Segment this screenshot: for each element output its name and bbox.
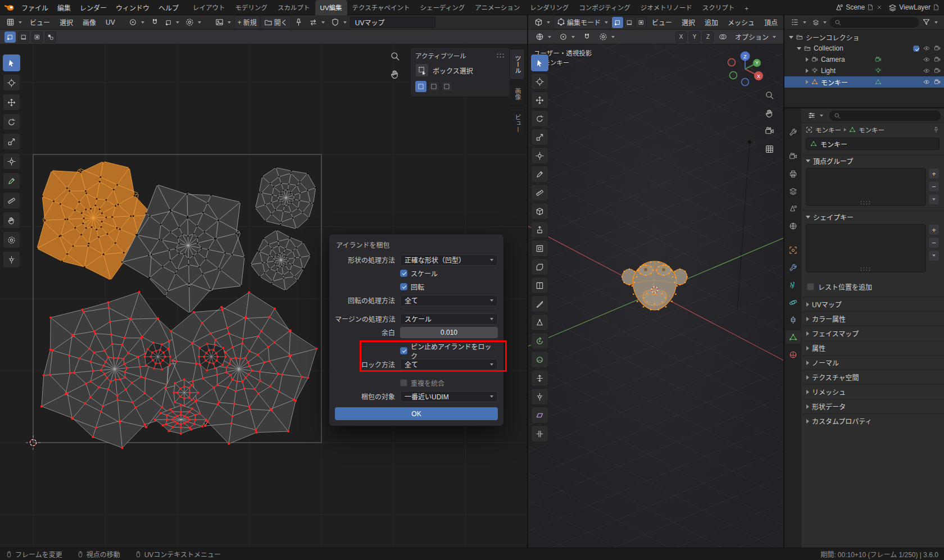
tool-smooth[interactable] bbox=[531, 351, 548, 368]
tool-shrink-fatten[interactable] bbox=[531, 388, 548, 405]
add-vertex-group-button[interactable]: + bbox=[928, 168, 940, 179]
outliner-search-input[interactable] bbox=[844, 19, 914, 26]
workspace-tab-animation[interactable]: アニメーション bbox=[470, 0, 525, 15]
open-image-button[interactable]: 開く bbox=[261, 15, 291, 29]
image-browse-dropdown[interactable] bbox=[212, 16, 234, 28]
tool-rip-region[interactable] bbox=[531, 425, 548, 442]
proportional-editing-dropdown[interactable] bbox=[596, 31, 618, 43]
props-tab-material[interactable] bbox=[786, 348, 801, 361]
menu-render[interactable]: レンダー bbox=[75, 1, 111, 15]
sidebar-tab-tool[interactable]: ツール bbox=[510, 49, 525, 80]
tool-transform[interactable] bbox=[531, 147, 548, 164]
proportional-editing-dropdown[interactable] bbox=[183, 16, 204, 28]
workspace-tab-layout[interactable]: レイアウト bbox=[188, 0, 230, 15]
breadcrumb-object-name[interactable]: モンキー bbox=[815, 125, 841, 134]
vp-menu-mesh[interactable]: メッシュ bbox=[723, 16, 759, 29]
outliner-editor-type-button[interactable] bbox=[788, 16, 809, 28]
tool-scale[interactable] bbox=[531, 129, 548, 145]
snapping-options-button[interactable] bbox=[716, 31, 730, 43]
remove-vertex-group-button[interactable]: − bbox=[928, 181, 940, 192]
props-tab-view-layer[interactable] bbox=[786, 184, 801, 198]
breadcrumb-data-name[interactable]: モンキー bbox=[859, 125, 884, 134]
uv-tool-relax[interactable] bbox=[3, 231, 20, 248]
uv-tool-transform[interactable] bbox=[3, 153, 20, 170]
disclosure-icon[interactable] bbox=[806, 69, 809, 73]
uv-tool-measure[interactable] bbox=[3, 192, 20, 209]
shape-keys-list[interactable] bbox=[806, 224, 926, 272]
pack-target-dropdown[interactable]: 一番近いUDIM bbox=[400, 391, 498, 402]
outliner-filter-button[interactable] bbox=[919, 16, 941, 28]
uv-tool-rotate[interactable] bbox=[3, 113, 20, 130]
section-geometry-data[interactable]: 形状データ bbox=[801, 399, 944, 413]
list-resize-grip[interactable] bbox=[860, 267, 872, 271]
zoom-icon[interactable] bbox=[390, 51, 400, 61]
tool-move[interactable] bbox=[531, 92, 548, 108]
viewport-editor-type-button[interactable] bbox=[532, 16, 553, 28]
shape-keys-section-header[interactable]: シェイプキー bbox=[801, 211, 944, 223]
uv-select-mode-vertex[interactable] bbox=[4, 31, 16, 43]
select-mode-set-button[interactable] bbox=[415, 81, 426, 92]
add-shape-key-button[interactable]: + bbox=[928, 224, 940, 235]
view-layer-selector[interactable]: ViewLayer bbox=[888, 3, 940, 12]
pivot-point-dropdown[interactable] bbox=[556, 31, 578, 43]
workspace-tab-modeling[interactable]: モデリング bbox=[230, 0, 273, 15]
snap-toggle-button[interactable] bbox=[148, 16, 162, 28]
eye-icon[interactable] bbox=[923, 67, 930, 74]
sidebar-tab-image[interactable]: 画像 bbox=[510, 81, 525, 106]
section-attributes[interactable]: 属性 bbox=[801, 340, 944, 355]
props-tab-output[interactable] bbox=[786, 167, 801, 180]
outliner-search[interactable] bbox=[830, 17, 919, 28]
eye-icon[interactable] bbox=[923, 45, 930, 52]
outliner-row-collection[interactable]: Collection bbox=[784, 43, 944, 54]
outliner-row-monkey[interactable]: モンキー bbox=[784, 76, 944, 88]
pin-id-icon[interactable] bbox=[933, 126, 940, 133]
props-tab-particles[interactable] bbox=[786, 278, 801, 292]
disclosure-icon[interactable] bbox=[806, 57, 809, 62]
disclosure-icon[interactable] bbox=[789, 36, 793, 39]
outliner-row-camera[interactable]: Camera bbox=[784, 54, 944, 65]
navigation-gizmo[interactable]: Z Y X bbox=[728, 52, 764, 86]
blender-logo-icon[interactable] bbox=[4, 3, 15, 12]
section-color-attributes[interactable]: カラー属性 bbox=[801, 311, 944, 326]
render-visibility-icon[interactable] bbox=[934, 67, 941, 74]
vp-menu-vertex[interactable]: 頂点 bbox=[760, 16, 782, 29]
sidebar-tab-view[interactable]: ビュー bbox=[510, 108, 525, 139]
properties-editor-type-button[interactable] bbox=[805, 110, 826, 121]
vp-menu-add[interactable]: 追加 bbox=[700, 16, 723, 29]
uv-editor-type-button[interactable] bbox=[3, 16, 25, 28]
tool-rotate[interactable] bbox=[531, 110, 548, 127]
uv-select-mode-island[interactable] bbox=[45, 31, 56, 43]
workspace-tab-texture-paint[interactable]: テクスチャペイント bbox=[347, 0, 415, 15]
pin-image-button[interactable] bbox=[292, 16, 306, 28]
eye-icon[interactable] bbox=[923, 79, 930, 85]
new-scene-icon[interactable] bbox=[867, 4, 874, 11]
margin-method-dropdown[interactable]: スケール bbox=[400, 313, 498, 325]
eye-icon[interactable] bbox=[923, 56, 930, 63]
properties-search[interactable] bbox=[829, 111, 941, 121]
props-tab-modifiers[interactable] bbox=[786, 261, 801, 274]
workspace-tab-shading[interactable]: シェーディング bbox=[415, 0, 470, 15]
section-normals[interactable]: ノーマル bbox=[801, 355, 944, 370]
remove-shape-key-button[interactable]: − bbox=[928, 237, 940, 248]
props-tab-render[interactable] bbox=[786, 149, 801, 163]
add-workspace-button[interactable]: + bbox=[739, 2, 754, 15]
unlink-scene-icon[interactable] bbox=[876, 4, 883, 11]
render-visibility-icon[interactable] bbox=[934, 56, 941, 63]
viewport-canvas[interactable]: Z Y X bbox=[528, 44, 783, 548]
uv-map-name-field[interactable] bbox=[350, 17, 435, 28]
properties-search-input[interactable] bbox=[843, 112, 936, 120]
options-dropdown[interactable]: オプション bbox=[732, 30, 779, 43]
uv-tool-select-box[interactable] bbox=[3, 54, 20, 71]
display-channels-dropdown[interactable] bbox=[328, 16, 350, 28]
uv-menu-view[interactable]: ビュー bbox=[25, 16, 55, 29]
scene-selector[interactable]: Scene bbox=[835, 3, 883, 12]
outliner-display-mode-dropdown[interactable] bbox=[810, 17, 829, 28]
vertex-groups-section-header[interactable]: 頂点グループ bbox=[801, 154, 944, 167]
tool-select-box[interactable] bbox=[531, 54, 548, 71]
uv-tool-scale[interactable] bbox=[3, 133, 20, 150]
rotate-checkbox[interactable] bbox=[400, 283, 407, 290]
props-tab-tool[interactable] bbox=[786, 125, 801, 139]
tool-measure[interactable] bbox=[531, 184, 548, 201]
mode-dropdown[interactable]: 編集モード bbox=[553, 15, 611, 29]
menu-help[interactable]: ヘルプ bbox=[154, 1, 183, 15]
